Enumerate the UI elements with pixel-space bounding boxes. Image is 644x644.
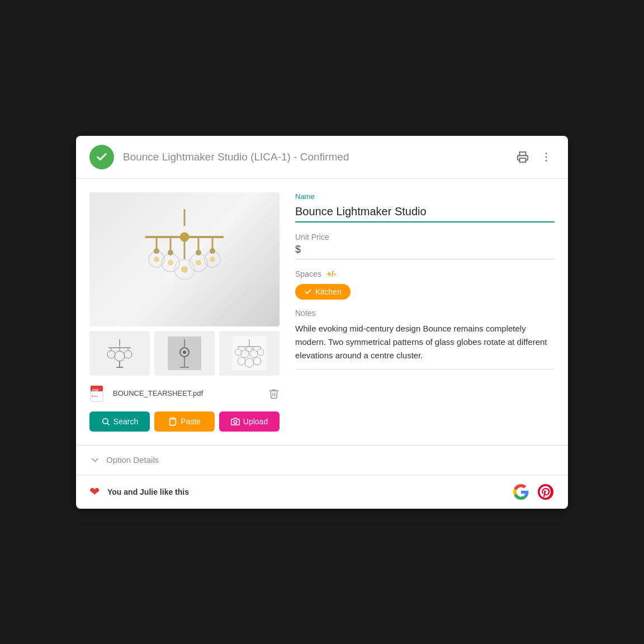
notes-text: While evoking mid-century design Bounce … xyxy=(295,322,555,370)
svg-point-15 xyxy=(168,260,173,266)
likes-text: You and Julie like this xyxy=(107,487,504,496)
google-button[interactable] xyxy=(512,483,530,501)
svg-line-64 xyxy=(107,423,109,425)
space-tag-check-icon xyxy=(304,288,312,296)
svg-rect-65 xyxy=(171,418,174,419)
name-field-input[interactable] xyxy=(295,203,555,222)
option-details-label: Option Details xyxy=(106,455,159,465)
more-vertical-icon xyxy=(540,151,552,163)
svg-point-24 xyxy=(196,250,201,255)
delete-pdf-button[interactable] xyxy=(268,388,280,399)
svg-text:Adobe: Adobe xyxy=(92,395,98,397)
svg-point-22 xyxy=(154,248,159,254)
svg-point-3 xyxy=(546,160,547,162)
svg-point-19 xyxy=(196,260,201,266)
trash-icon xyxy=(268,388,280,399)
thumbnail-1[interactable] xyxy=(154,331,215,376)
status-indicator xyxy=(89,145,114,169)
pdf-icon: PDF Adobe xyxy=(89,385,107,402)
camera-icon xyxy=(231,417,240,426)
svg-point-66 xyxy=(234,420,236,423)
print-icon xyxy=(517,151,529,163)
svg-text:PDF: PDF xyxy=(92,389,99,392)
space-tag-label: Kitchen xyxy=(315,287,342,296)
svg-point-21 xyxy=(210,257,215,262)
checkmark-icon xyxy=(96,151,108,163)
title-text: Bounce Lightmaker Studio (LICA-1) xyxy=(123,151,291,163)
footer-social-icons xyxy=(512,483,555,501)
svg-point-25 xyxy=(210,248,215,254)
spaces-add-button[interactable]: +/- xyxy=(327,269,337,278)
upload-button[interactable]: Upload xyxy=(219,411,280,432)
page-title: Bounce Lightmaker Studio (LICA-1) - Conf… xyxy=(123,151,505,163)
card-footer: ❤ You and Julie like this xyxy=(76,475,568,509)
print-button[interactable] xyxy=(514,149,531,165)
card-header: Bounce Lightmaker Studio (LICA-1) - Conf… xyxy=(76,136,568,179)
thumbnail-2[interactable] xyxy=(219,331,280,376)
svg-point-17 xyxy=(181,266,188,273)
pdf-filename: BOUNCE_TEARSHEET.pdf xyxy=(113,389,263,397)
svg-rect-0 xyxy=(520,158,526,162)
search-button[interactable]: Search xyxy=(89,411,150,432)
thumbnail-0[interactable] xyxy=(89,331,150,376)
thumb-line-icon xyxy=(233,337,266,370)
paste-button[interactable]: Paste xyxy=(154,411,215,432)
unit-price-label: Unit Price xyxy=(295,233,555,242)
spaces-row: Spaces +/- xyxy=(295,269,555,278)
svg-point-23 xyxy=(168,250,173,255)
left-column: PDF Adobe BOUNCE_TEARSHEET.pdf xyxy=(89,192,280,432)
chevron-down-icon xyxy=(89,454,101,466)
price-input-wrap: $ xyxy=(295,244,555,259)
upload-label: Upload xyxy=(243,417,268,426)
status-text: Confirmed xyxy=(300,151,349,163)
paste-label: Paste xyxy=(181,417,201,426)
search-icon xyxy=(101,417,110,426)
main-product-image[interactable] xyxy=(89,192,280,326)
search-label: Search xyxy=(113,417,138,426)
thumbnail-strip xyxy=(89,331,280,376)
svg-point-2 xyxy=(546,156,547,158)
action-buttons: Search Paste Upload xyxy=(89,411,280,432)
space-tag-kitchen[interactable]: Kitchen xyxy=(295,284,351,300)
product-card: Bounce Lightmaker Studio (LICA-1) - Conf… xyxy=(76,136,568,509)
price-symbol: $ xyxy=(295,244,301,255)
more-menu-button[interactable] xyxy=(538,149,555,165)
svg-point-40 xyxy=(183,351,186,354)
spaces-label: Spaces xyxy=(295,269,321,278)
notes-label: Notes xyxy=(295,309,555,318)
name-field-label: Name xyxy=(295,192,555,201)
paste-icon xyxy=(168,417,177,426)
right-column: Name Unit Price $ Spaces +/- Kitchen Not… xyxy=(295,192,555,432)
header-actions xyxy=(514,149,555,165)
thumb-sketch-icon xyxy=(103,337,136,370)
price-input[interactable] xyxy=(303,244,555,254)
google-icon xyxy=(513,484,529,500)
pinterest-button[interactable] xyxy=(537,483,555,501)
pdf-attachment: PDF Adobe BOUNCE_TEARSHEET.pdf xyxy=(89,382,280,405)
card-body: PDF Adobe BOUNCE_TEARSHEET.pdf xyxy=(76,179,568,445)
pinterest-icon xyxy=(538,484,553,500)
svg-point-1 xyxy=(546,153,547,154)
thumb-photo-icon xyxy=(168,337,201,370)
heart-icon: ❤ xyxy=(89,485,100,499)
chandelier-illustration xyxy=(129,203,240,315)
svg-point-13 xyxy=(154,257,159,262)
option-details-row[interactable]: Option Details xyxy=(76,445,568,475)
